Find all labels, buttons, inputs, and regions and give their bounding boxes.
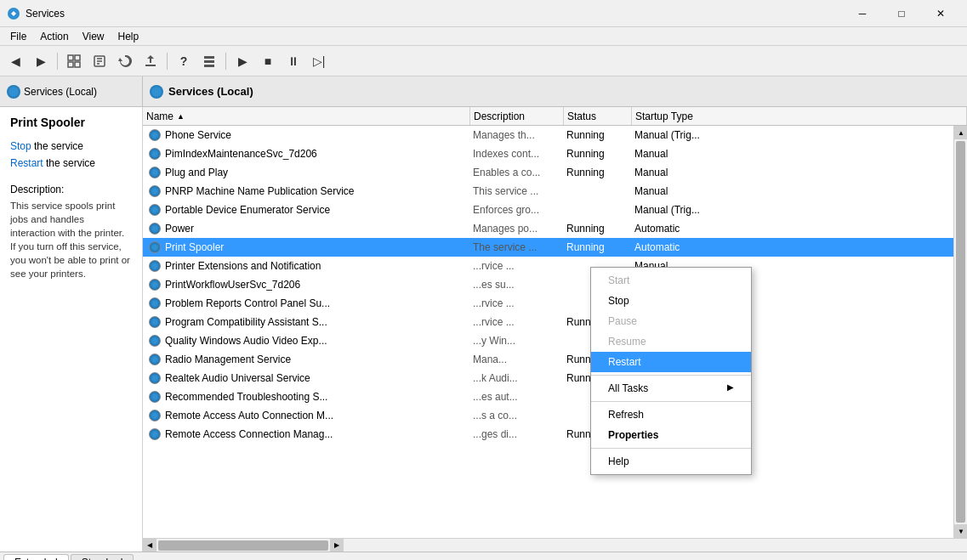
table-row[interactable]: Realtek Audio Universal Service ...k Aud… (143, 369, 953, 387)
service-gear-icon (146, 351, 163, 368)
menu-file[interactable]: File (3, 29, 33, 44)
minimize-button[interactable]: ─ (843, 0, 882, 27)
service-desc-cell: This service ... (469, 185, 563, 197)
service-gear-icon (146, 201, 163, 218)
table-row[interactable]: Recommended Troubleshooting S... ...es a… (143, 387, 953, 406)
stop-service-button[interactable]: ■ (256, 49, 280, 73)
menu-help[interactable]: Help (111, 29, 146, 44)
service-name-cell: Quality Windows Audio Video Exp... (163, 335, 469, 347)
left-header-label: Services (Local) (24, 86, 97, 98)
title-bar-title: Services (26, 8, 843, 20)
service-gear-icon (146, 295, 163, 312)
table-row[interactable]: PrintWorkflowUserSvc_7d206 ...es su... M… (143, 275, 953, 294)
service-gear-icon (146, 332, 163, 349)
right-panel-header: Services (Local) (143, 76, 967, 106)
table-row[interactable]: Problem Reports Control Panel Su... ...r… (143, 294, 953, 313)
show-hide-button[interactable] (62, 49, 86, 73)
tab-extended[interactable]: Extended (3, 554, 69, 560)
table-row[interactable]: Remote Access Auto Connection M... ...s … (143, 406, 953, 425)
table-row[interactable]: Printer Extensions and Notification ...r… (143, 257, 953, 275)
scroll-thumb[interactable] (956, 141, 965, 523)
title-bar: Services ─ □ ✕ (0, 0, 967, 27)
stop-action-row: Stop the service (10, 138, 132, 155)
scroll-left-button[interactable]: ◀ (143, 539, 156, 552)
help-button[interactable]: ? (172, 49, 196, 73)
table-row[interactable]: Plug and Play Enables a co... Running Ma… (143, 163, 953, 182)
table-row[interactable]: Remote Access Connection Manag... ...ges… (143, 425, 953, 444)
col-header-desc[interactable]: Description (470, 107, 564, 125)
service-name-cell: Remote Access Connection Manag... (163, 428, 469, 440)
right-header-label: Services (Local) (168, 85, 253, 98)
col-header-status[interactable]: Status (564, 107, 632, 125)
context-menu-item-stop[interactable]: Stop (591, 291, 751, 311)
table-row[interactable]: Radio Management Service Mana... Running… (143, 350, 953, 369)
close-button[interactable]: ✕ (921, 0, 960, 27)
menu-action[interactable]: Action (33, 29, 75, 44)
service-startup-cell: Manual (631, 167, 953, 178)
table-row[interactable]: PNRP Machine Name Publication Service Th… (143, 182, 953, 201)
service-desc-cell: ...rvice ... (469, 260, 563, 272)
horizontal-scrollbar[interactable]: ◀ ▶ (143, 538, 967, 552)
table-row[interactable]: Print Spooler The service ... Running Au… (143, 238, 953, 257)
service-desc-cell: ...es aut... (469, 391, 563, 403)
scroll-down-button[interactable]: ▼ (954, 524, 967, 538)
menu-view[interactable]: View (76, 29, 111, 44)
context-menu-item-help[interactable]: Help (591, 451, 751, 472)
col-header-startup[interactable]: Startup Type (632, 107, 967, 125)
services-local-icon (7, 85, 20, 99)
left-panel: Print Spooler Stop the service Restart t… (0, 107, 143, 552)
table-row[interactable]: Portable Device Enumerator Service Enfor… (143, 201, 953, 219)
forward-button[interactable]: ▶ (29, 49, 53, 73)
export-button[interactable] (139, 49, 162, 73)
service-gear-icon (146, 426, 163, 443)
restart-service-link[interactable]: Restart (10, 157, 43, 169)
context-menu-item-properties[interactable]: Properties (591, 425, 751, 445)
table-row[interactable]: Quality Windows Audio Video Exp... ...y … (143, 331, 953, 350)
service-desc-cell: Indexes cont... (469, 148, 563, 160)
service-startup-cell: Automatic (631, 241, 953, 253)
context-menu-item-restart[interactable]: Restart (591, 352, 751, 372)
context-menu-item-all-tasks[interactable]: All Tasks▶ (591, 378, 751, 399)
service-actions: Stop the service Restart the service (10, 138, 132, 172)
tab-standard[interactable]: Standard (71, 554, 134, 560)
pause-service-button[interactable]: ⏸ (282, 49, 305, 73)
service-gear-icon (146, 388, 163, 405)
service-gear-icon (146, 164, 163, 181)
service-gear-icon (146, 314, 163, 331)
maximize-button[interactable]: □ (882, 0, 921, 27)
table-row[interactable]: Phone Service Manages th... Running Manu… (143, 126, 953, 144)
table-row[interactable]: Program Compatibility Assistant S... ...… (143, 313, 953, 331)
resume-service-button[interactable]: ▷| (307, 49, 331, 73)
vertical-scrollbar[interactable]: ▲ ▼ (953, 126, 967, 538)
refresh-button[interactable] (113, 49, 137, 73)
services-right-icon (150, 85, 163, 99)
start-service-button[interactable]: ▶ (230, 49, 254, 73)
service-desc-cell: ...ges di... (469, 428, 563, 440)
selected-service-name: Print Spooler (10, 116, 132, 129)
service-gear-icon (146, 183, 163, 200)
stop-service-link[interactable]: Stop (10, 140, 31, 152)
submenu-arrow-icon: ▶ (727, 382, 734, 394)
service-name-cell: Radio Management Service (163, 354, 469, 365)
service-desc-cell: ...s a co... (469, 410, 563, 421)
service-name-cell: Program Compatibility Assistant S... (163, 316, 469, 328)
service-gear-icon (146, 257, 163, 274)
table-row[interactable]: Power Manages po... Running Automatic (143, 219, 953, 238)
service-name-cell: Printer Extensions and Notification (163, 260, 469, 272)
table-row[interactable]: PimIndexMaintenanceSvc_7d206 Indexes con… (143, 144, 953, 163)
more-button[interactable] (197, 49, 221, 73)
service-desc-cell: ...rvice ... (469, 316, 563, 328)
service-name-cell: Problem Reports Control Panel Su... (163, 297, 469, 309)
scroll-up-button[interactable]: ▲ (954, 126, 967, 139)
service-gear-icon (146, 145, 163, 162)
scroll-right-button[interactable]: ▶ (330, 539, 344, 552)
h-scroll-thumb[interactable] (158, 540, 328, 551)
properties-button[interactable] (88, 49, 111, 73)
col-header-name[interactable]: Name ▲ (143, 107, 470, 125)
context-menu-item-refresh[interactable]: Refresh (591, 404, 751, 425)
service-startup-cell: Manual (631, 185, 953, 197)
context-menu: StartStopPauseResumeRestartAll Tasks▶Ref… (590, 267, 752, 475)
back-button[interactable]: ◀ (3, 49, 27, 73)
service-desc-cell: ...es su... (469, 279, 563, 291)
header-row: Services (Local) Services (Local) (0, 76, 967, 107)
